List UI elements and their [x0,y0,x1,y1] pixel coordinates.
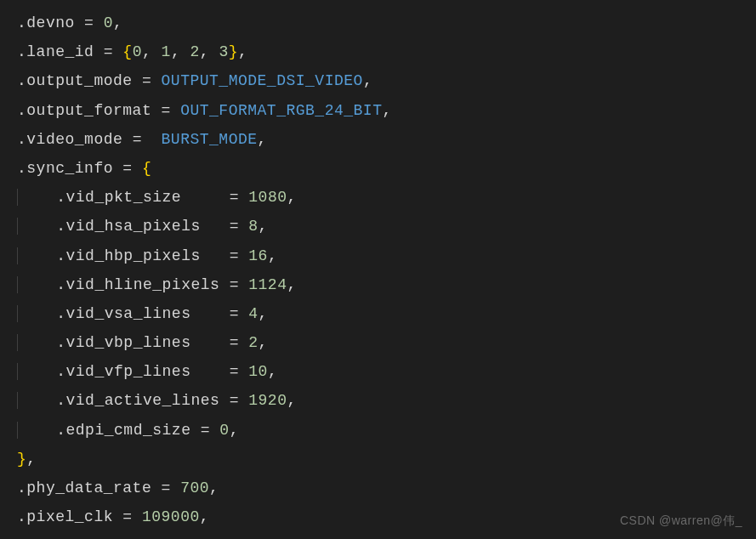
code-line: .vid_vfp_lines = 10, [17,357,739,386]
number-literal: 10 [248,363,268,380]
number-literal: 1124 [248,276,287,293]
code-line: .video_mode = BURST_MODE, [17,125,739,154]
member-field: .vid_vbp_lines [56,334,190,351]
number-literal: 2 [248,334,258,351]
member-field: .video_mode [17,131,122,148]
constant: OUTPUT_MODE_DSI_VIDEO [162,72,363,89]
code-line: .devno = 0, [17,9,739,37]
code-line: .phy_data_rate = 700, [17,474,739,502]
constant: OUT_FORMAT_RGB_24_BIT [180,102,382,119]
watermark-text: CSDN @warren@伟_ [620,509,742,532]
member-field: .edpi_cmd_size [56,422,190,439]
member-field: .vid_hsa_pixels [56,218,201,235]
number-literal: 16 [248,247,268,264]
member-field: .sync_info [17,160,113,177]
code-line: .sync_info = { [17,154,739,183]
number-literal: 0 [104,14,113,31]
code-editor[interactable]: .devno = 0, .lane_id = {0, 1, 2, 3}, .ou… [17,9,739,531]
member-field: .lane_id [17,43,94,60]
member-field: .vid_hline_pixels [56,276,219,293]
number-literal: 2 [190,43,199,60]
member-field: .vid_active_lines [56,392,219,409]
member-field: .pixel_clk [17,508,113,525]
code-line: .edpi_cmd_size = 0, [17,416,739,445]
number-literal: 109000 [142,508,200,525]
number-literal: 700 [180,479,209,496]
code-line: .vid_hline_pixels = 1124, [17,270,739,299]
code-line: .vid_vsa_lines = 4, [17,299,739,328]
code-line: .lane_id = {0, 1, 2, 3}, [17,37,739,66]
code-line: }, [17,445,739,474]
constant: BURST_MODE [162,131,258,148]
number-literal: 1080 [248,189,287,206]
code-line: .vid_hsa_pixels = 8, [17,212,739,241]
number-literal: 4 [248,305,258,322]
number-literal: 0 [133,43,142,60]
code-line: .vid_hbp_pixels = 16, [17,241,739,270]
number-literal: 8 [248,218,258,235]
member-field: .vid_vfp_lines [56,363,190,380]
code-line: .output_format = OUT_FORMAT_RGB_24_BIT, [17,96,739,125]
member-field: .vid_vsa_lines [56,305,190,322]
member-field: .output_mode [17,72,133,89]
member-field: .vid_hbp_pixels [56,247,201,264]
code-line: .output_mode = OUTPUT_MODE_DSI_VIDEO, [17,66,739,95]
member-field: .phy_data_rate [17,479,151,496]
number-literal: 3 [219,43,228,60]
code-line: .vid_vbp_lines = 2, [17,328,739,357]
code-line: .vid_active_lines = 1920, [17,386,739,415]
number-literal: 1 [162,43,171,60]
member-field: .vid_pkt_size [56,189,181,206]
member-field: .devno [17,14,75,31]
number-literal: 1920 [248,392,287,409]
member-field: .output_format [17,102,151,119]
code-line: .vid_pkt_size = 1080, [17,183,739,212]
number-literal: 0 [219,422,229,439]
